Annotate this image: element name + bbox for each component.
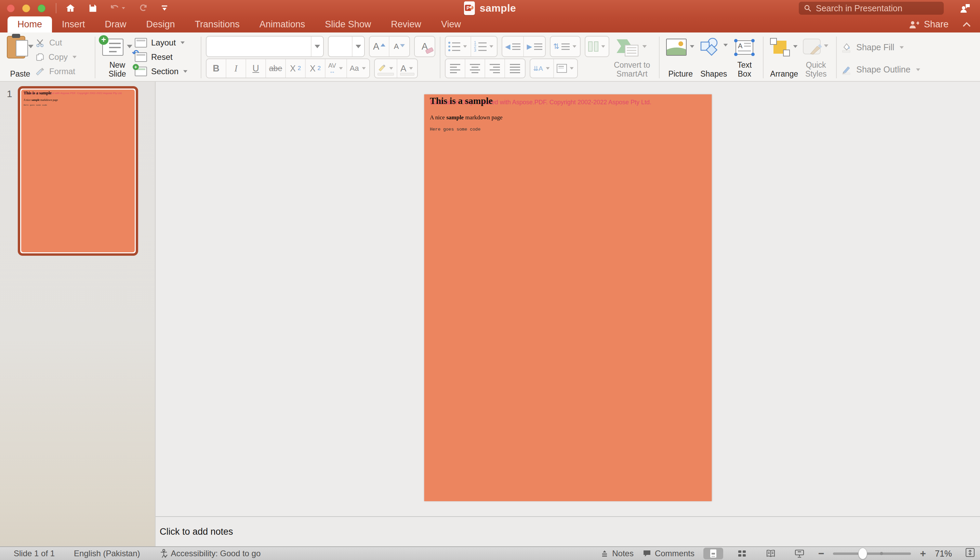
shapes-button[interactable]: Shapes [697,35,730,80]
search-input[interactable] [816,3,939,13]
slide-sorter-view-button[interactable] [732,548,752,559]
increase-indent-button[interactable]: ▶ [524,37,545,57]
change-case-dropdown-icon[interactable] [362,67,365,70]
shrink-font-button[interactable]: A [390,37,409,57]
copy-button[interactable]: Copy [35,50,90,64]
align-right-button[interactable] [485,59,505,78]
font-size-combobox[interactable] [328,36,365,57]
minimize-window-button[interactable] [22,5,30,12]
numbering-button[interactable]: 1 2 3 [471,37,497,57]
slideshow-view-button[interactable] [790,548,809,559]
presence-chat-icon[interactable] [959,2,971,16]
grow-font-button[interactable]: A [370,37,390,57]
align-left-button[interactable] [445,59,465,78]
font-name-dropdown-icon[interactable] [315,45,320,48]
text-highlight-button[interactable] [375,59,397,78]
tab-transitions[interactable]: Transitions [185,17,250,32]
columns-dropdown-icon[interactable] [602,45,605,48]
fullscreen-window-button[interactable] [38,5,45,12]
layout-button[interactable]: Layout [135,36,196,50]
line-spacing-button[interactable]: ⇅ [550,37,580,57]
underline-button[interactable]: U [246,59,266,78]
font-name-combobox[interactable] [206,36,324,57]
picture-button[interactable]: Picture [664,35,697,80]
convert-smartart-button[interactable]: Convert to SmartArt [609,35,655,80]
align-text-button[interactable] [554,59,577,78]
editor-canvas[interactable]: Evaluation Only. Created with Aspose.PDF… [156,82,980,516]
comments-toggle-button[interactable]: Comments [643,549,695,558]
tab-home[interactable]: Home [8,17,52,32]
justify-button[interactable] [505,59,525,78]
section-dropdown-icon[interactable] [183,70,187,73]
normal-view-button[interactable] [703,548,723,559]
slide-thumbnail-selected[interactable]: Evaluation Only. Created with Aspose.PDF… [18,86,138,256]
undo-icon[interactable] [110,4,126,13]
notes-pane[interactable]: Click to add notes [156,516,980,546]
copy-dropdown-icon[interactable] [72,56,77,58]
notes-toggle-button[interactable]: Notes [600,549,633,558]
accessibility-status[interactable]: Accessibility: Good to go [159,549,261,558]
cut-button[interactable]: Cut [35,36,90,50]
text-direction-button[interactable]: ⇊A [530,59,554,78]
close-window-button[interactable] [7,5,15,12]
section-button[interactable]: + Section [135,65,196,78]
zoom-slider[interactable] [833,552,911,555]
font-color-button[interactable]: A [397,59,417,78]
text-direction-dropdown-icon[interactable] [546,67,550,70]
zoom-in-button[interactable]: + [920,548,926,559]
layout-dropdown-icon[interactable] [180,42,185,44]
redo-icon[interactable] [138,3,148,13]
reading-view-button[interactable] [761,548,781,559]
text-highlight-dropdown-icon[interactable] [389,67,393,70]
tab-animations[interactable]: Animations [250,17,315,32]
shape-outline-dropdown-icon[interactable] [916,68,920,71]
tab-view[interactable]: View [431,17,471,32]
character-spacing-dropdown-icon[interactable] [339,67,343,70]
strikethrough-button[interactable]: abe [266,59,286,78]
language-indicator[interactable]: English (Pakistan) [74,549,140,558]
search-box[interactable] [799,2,944,15]
bold-button[interactable]: B [207,59,227,78]
clear-formatting-button[interactable]: A [415,37,435,57]
collapse-ribbon-icon[interactable] [962,19,971,30]
smartart-dropdown-icon[interactable] [643,45,647,48]
font-size-dropdown-icon[interactable] [356,45,361,48]
font-color-dropdown-icon[interactable] [409,67,413,70]
slide-editor[interactable]: Evaluation Only. Created with Aspose.PDF… [424,94,712,501]
bullets-dropdown-icon[interactable] [463,45,467,48]
tab-slide-show[interactable]: Slide Show [315,17,381,32]
tab-review[interactable]: Review [381,17,431,32]
character-spacing-button[interactable]: AV↔ [325,59,347,78]
subscript-button[interactable]: X2 [306,59,325,78]
undo-dropdown-icon[interactable] [122,7,125,9]
arrange-dropdown-icon[interactable] [793,45,798,48]
tab-design[interactable]: Design [137,17,185,32]
line-spacing-dropdown-icon[interactable] [573,45,577,48]
text-box-button[interactable]: A Text Box [730,35,758,80]
italic-button[interactable]: I [227,59,246,78]
reset-button[interactable]: ↶ Reset [135,50,196,64]
columns-button[interactable] [585,37,608,57]
shape-fill-dropdown-icon[interactable] [900,46,904,49]
customize-toolbar-icon[interactable] [160,5,168,12]
zoom-percentage[interactable]: 71% [935,549,956,558]
home-icon[interactable] [65,3,75,13]
decrease-indent-button[interactable]: ◀ [502,37,524,57]
slide-heading[interactable]: This is a sample [430,96,493,106]
quick-styles-button[interactable]: Quick Styles [800,35,832,80]
format-painter-button[interactable]: Format [35,65,90,78]
arrange-button[interactable]: Arrange [768,35,800,80]
new-slide-button[interactable]: + New Slide [100,35,135,80]
save-icon[interactable] [88,3,97,13]
change-case-button[interactable]: Aa [347,59,369,78]
picture-dropdown-icon[interactable] [690,45,695,48]
paste-dropdown-icon[interactable] [28,45,33,48]
new-slide-dropdown-icon[interactable] [127,45,132,48]
align-center-button[interactable] [465,59,485,78]
shape-outline-button[interactable]: Shape Outline [841,61,920,78]
numbering-dropdown-icon[interactable] [489,45,493,48]
tab-draw[interactable]: Draw [95,17,137,32]
shapes-dropdown-icon[interactable] [723,44,728,47]
tab-insert[interactable]: Insert [52,17,95,32]
slide-code[interactable]: Here goes some code [430,127,480,132]
